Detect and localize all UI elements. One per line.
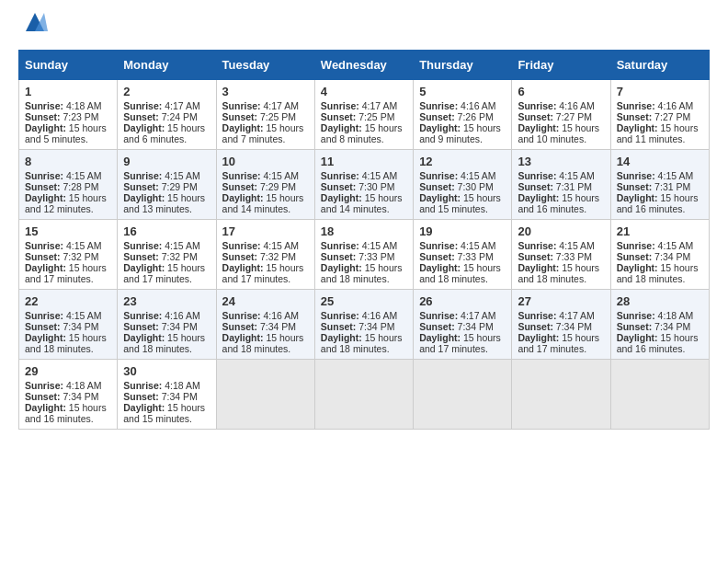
day-number: 15: [25, 224, 111, 238]
sunset-line: Sunset: 7:27 PM: [617, 111, 703, 122]
daylight-line: Daylight: 15 hours and 15 minutes.: [419, 192, 506, 214]
day-cell: 29 Sunrise: 4:18 AM Sunset: 7:34 PM Dayl…: [19, 360, 118, 430]
daylight-line: Daylight: 15 hours and 18 minutes.: [321, 332, 407, 354]
day-cell: 16 Sunrise: 4:15 AM Sunset: 7:32 PM Dayl…: [118, 220, 216, 290]
day-cell: 7 Sunrise: 4:16 AM Sunset: 7:27 PM Dayli…: [610, 80, 709, 150]
day-cell: 14 Sunrise: 4:15 AM Sunset: 7:31 PM Dayl…: [610, 150, 709, 220]
day-cell: [216, 360, 314, 430]
day-number: 4: [321, 85, 407, 98]
sunset-line: Sunset: 7:32 PM: [123, 251, 210, 262]
header-friday: Friday: [512, 51, 610, 80]
sunset-line: Sunset: 7:29 PM: [123, 181, 210, 192]
day-cell: 28 Sunrise: 4:18 AM Sunset: 7:34 PM Dayl…: [610, 290, 709, 360]
day-cell: [610, 360, 709, 430]
sunrise-line: Sunrise: 4:15 AM: [321, 170, 407, 181]
day-number: 29: [25, 364, 111, 378]
header-thursday: Thursday: [414, 51, 512, 80]
sunset-line: Sunset: 7:31 PM: [518, 181, 604, 192]
sunrise-line: Sunrise: 4:15 AM: [321, 240, 407, 251]
header-wednesday: Wednesday: [314, 51, 413, 80]
daylight-line: Daylight: 15 hours and 16 minutes.: [25, 402, 111, 424]
sunrise-line: Sunrise: 4:16 AM: [222, 310, 309, 321]
sunrise-line: Sunrise: 4:18 AM: [25, 100, 111, 111]
sunset-line: Sunset: 7:34 PM: [25, 391, 111, 402]
day-cell: [314, 360, 413, 430]
daylight-line: Daylight: 15 hours and 12 minutes.: [25, 192, 111, 214]
day-number: 2: [123, 85, 210, 98]
daylight-line: Daylight: 15 hours and 10 minutes.: [518, 122, 604, 144]
daylight-line: Daylight: 15 hours and 6 minutes.: [123, 122, 210, 144]
sunset-line: Sunset: 7:28 PM: [25, 181, 111, 192]
day-number: 14: [617, 155, 703, 168]
sunset-line: Sunset: 7:30 PM: [321, 181, 407, 192]
sunset-line: Sunset: 7:34 PM: [222, 321, 309, 332]
sunrise-line: Sunrise: 4:15 AM: [123, 170, 210, 181]
week-row-4: 22 Sunrise: 4:15 AM Sunset: 7:34 PM Dayl…: [19, 290, 710, 360]
daylight-line: Daylight: 15 hours and 17 minutes.: [25, 262, 111, 284]
day-number: 17: [222, 224, 309, 238]
daylight-line: Daylight: 15 hours and 14 minutes.: [321, 192, 407, 214]
week-row-1: 1 Sunrise: 4:18 AM Sunset: 7:23 PM Dayli…: [19, 80, 710, 150]
daylight-line: Daylight: 15 hours and 17 minutes.: [222, 262, 309, 284]
daylight-line: Daylight: 15 hours and 17 minutes.: [419, 332, 506, 354]
daylight-line: Daylight: 15 hours and 17 minutes.: [518, 332, 604, 354]
sunset-line: Sunset: 7:33 PM: [321, 251, 407, 262]
sunrise-line: Sunrise: 4:16 AM: [419, 100, 506, 111]
daylight-line: Daylight: 15 hours and 18 minutes.: [222, 332, 309, 354]
day-cell: 25 Sunrise: 4:16 AM Sunset: 7:34 PM Dayl…: [314, 290, 413, 360]
sunset-line: Sunset: 7:23 PM: [25, 111, 111, 122]
daylight-line: Daylight: 15 hours and 16 minutes.: [518, 192, 604, 214]
sunrise-line: Sunrise: 4:16 AM: [518, 100, 604, 111]
day-cell: 24 Sunrise: 4:16 AM Sunset: 7:34 PM Dayl…: [216, 290, 314, 360]
header-tuesday: Tuesday: [216, 51, 314, 80]
day-number: 18: [321, 224, 407, 238]
sunset-line: Sunset: 7:34 PM: [617, 321, 703, 332]
day-number: 26: [419, 294, 506, 308]
daylight-line: Daylight: 15 hours and 13 minutes.: [123, 192, 210, 214]
day-cell: 30 Sunrise: 4:18 AM Sunset: 7:34 PM Dayl…: [118, 360, 216, 430]
daylight-line: Daylight: 15 hours and 18 minutes.: [419, 262, 506, 284]
sunset-line: Sunset: 7:34 PM: [617, 251, 703, 262]
sunrise-line: Sunrise: 4:15 AM: [617, 170, 703, 181]
week-row-2: 8 Sunrise: 4:15 AM Sunset: 7:28 PM Dayli…: [19, 150, 710, 220]
daylight-line: Daylight: 15 hours and 15 minutes.: [123, 402, 210, 424]
sunrise-line: Sunrise: 4:16 AM: [321, 310, 407, 321]
day-number: 28: [617, 294, 703, 308]
sunset-line: Sunset: 7:24 PM: [123, 111, 210, 122]
sunrise-line: Sunrise: 4:15 AM: [222, 240, 309, 251]
day-cell: 3 Sunrise: 4:17 AM Sunset: 7:25 PM Dayli…: [216, 80, 314, 150]
day-number: 9: [123, 155, 210, 168]
daylight-line: Daylight: 15 hours and 16 minutes.: [617, 192, 703, 214]
day-number: 30: [123, 364, 210, 378]
sunrise-line: Sunrise: 4:18 AM: [25, 380, 111, 391]
day-number: 7: [617, 85, 703, 98]
sunrise-line: Sunrise: 4:18 AM: [617, 310, 703, 321]
week-row-5: 29 Sunrise: 4:18 AM Sunset: 7:34 PM Dayl…: [19, 360, 710, 430]
sunrise-line: Sunrise: 4:15 AM: [419, 170, 506, 181]
day-number: 24: [222, 294, 309, 308]
sunset-line: Sunset: 7:30 PM: [419, 181, 506, 192]
sunset-line: Sunset: 7:29 PM: [222, 181, 309, 192]
sunrise-line: Sunrise: 4:15 AM: [222, 170, 309, 181]
daylight-line: Daylight: 15 hours and 8 minutes.: [321, 122, 407, 144]
daylight-line: Daylight: 15 hours and 18 minutes.: [321, 262, 407, 284]
day-cell: 5 Sunrise: 4:16 AM Sunset: 7:26 PM Dayli…: [414, 80, 512, 150]
day-cell: 26 Sunrise: 4:17 AM Sunset: 7:34 PM Dayl…: [414, 290, 512, 360]
day-number: 11: [321, 155, 407, 168]
daylight-line: Daylight: 15 hours and 18 minutes.: [617, 262, 703, 284]
day-number: 19: [419, 224, 506, 238]
sunrise-line: Sunrise: 4:16 AM: [617, 100, 703, 111]
day-cell: 11 Sunrise: 4:15 AM Sunset: 7:30 PM Dayl…: [314, 150, 413, 220]
day-cell: 9 Sunrise: 4:15 AM Sunset: 7:29 PM Dayli…: [118, 150, 216, 220]
sunset-line: Sunset: 7:34 PM: [123, 321, 210, 332]
day-number: 12: [419, 155, 506, 168]
daylight-line: Daylight: 15 hours and 5 minutes.: [25, 122, 111, 144]
sunrise-line: Sunrise: 4:17 AM: [222, 100, 309, 111]
sunrise-line: Sunrise: 4:15 AM: [123, 240, 210, 251]
day-cell: [414, 360, 512, 430]
header-sunday: Sunday: [19, 51, 118, 80]
day-number: 23: [123, 294, 210, 308]
day-cell: 4 Sunrise: 4:17 AM Sunset: 7:25 PM Dayli…: [314, 80, 413, 150]
day-cell: 12 Sunrise: 4:15 AM Sunset: 7:30 PM Dayl…: [414, 150, 512, 220]
day-cell: 27 Sunrise: 4:17 AM Sunset: 7:34 PM Dayl…: [512, 290, 610, 360]
